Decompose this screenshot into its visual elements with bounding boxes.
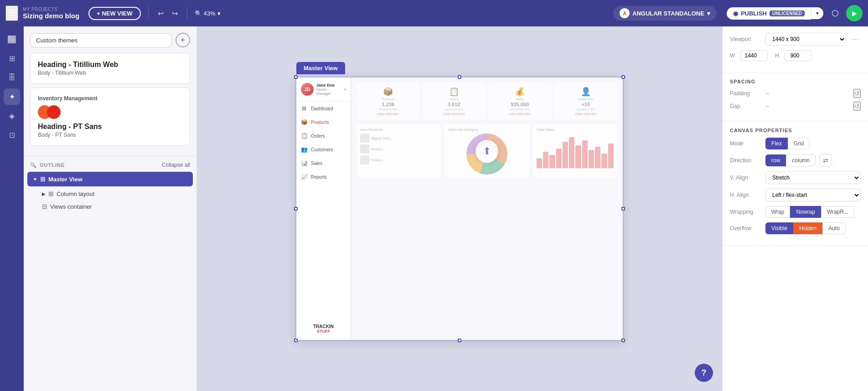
handle-tl[interactable] [294,75,298,79]
dash-brand-name: TRACKIN [313,324,334,329]
sidebar-components-icon[interactable]: ⊞ [4,50,20,67]
sidebar-plugin-icon[interactable]: ◈ [4,108,20,124]
handle-ml[interactable] [294,207,298,211]
dash-nav-products[interactable]: 📦 Products [296,115,351,129]
gap-reset-button[interactable]: ↺ [853,102,861,111]
theme-card-titillium[interactable]: Heading - Titillium Web Body - Titillium… [30,53,190,84]
chevron-icon: ▾ [344,87,346,92]
gap-value: -- [765,103,769,109]
column-layout-label: Column layout [57,190,94,197]
undo-button[interactable]: ↩ [156,7,165,20]
new-view-button[interactable]: + NEW VIEW [88,7,140,20]
bar-10 [595,147,600,168]
sidebar-theme-icon[interactable]: ✦ [4,88,20,105]
product-name-2: Product... [371,148,385,151]
dash-nav-orders[interactable]: 📋 Orders [296,129,351,143]
wrap-button[interactable]: Wrap [765,206,790,218]
handle-tr[interactable] [621,75,625,79]
handle-bl[interactable] [294,339,298,342]
visible-button[interactable]: Visible [765,222,793,234]
publish-area: ◉ PUBLISH UNLICENSED ▾ [727,7,823,20]
dash-nav-reports[interactable]: 📈 Reports [296,170,351,184]
sidebar-data-icon[interactable]: 🗄 [4,69,20,86]
canvas-area[interactable]: Master View JD Jane Doe Senior Manager ▾ [197,26,722,391]
viewport-row: Viewport 1440 x 900 ⋯ [730,33,861,46]
w-label: W [730,52,735,59]
orders-stat-link: VIEW REPORT [443,113,465,116]
halign-select[interactable]: Left / flex-start [765,189,861,201]
theme-cards: Heading - Titillium Web Body - Titillium… [30,53,190,149]
column-button[interactable]: column [786,154,816,166]
product-item-1: Ripped Jeans... [360,134,437,143]
main-layout: ⬜ ⊞ 🗄 ✦ ◈ ⊡ Custom themes + Heading - Ti… [0,26,868,391]
handle-bm[interactable] [458,339,461,342]
outline-tree: ▼ ⊞ Master View ▶ ⊞ Column layout ⊟ View… [24,172,196,213]
dash-nav-customers[interactable]: 👥 Customers [296,143,351,156]
publish-dropdown-button[interactable]: ▾ [811,7,823,19]
viewport-more-button[interactable]: ⋯ [850,35,861,44]
project-name: Sizing demo blog [23,12,79,20]
theme-card-ptsans[interactable]: Inventory Management Heading - PT Sans B… [30,87,190,146]
handle-br[interactable] [621,339,625,342]
play-button[interactable]: ▶ [846,5,863,21]
publish-icon: ◉ [733,10,738,17]
orders-stat-change: Increased 73% [445,108,463,111]
framework-selector[interactable]: A ANGULAR STANDALONE ▾ [613,6,717,21]
handle-tm[interactable] [458,75,461,79]
direction-toggle: row column [765,154,816,166]
nowrap-button[interactable]: Nowrap [790,206,821,218]
bar-6 [569,137,574,168]
bar-chart [537,134,614,170]
zoom-button[interactable]: 🔍 43% ▾ [195,10,221,17]
products-stat-link: VIEW REPORT [377,113,399,116]
collapse-all-button[interactable]: Collapse all [162,162,190,168]
customers-stat-value: +10 [581,102,590,107]
height-input[interactable] [785,50,812,61]
valign-select[interactable]: Stretch [765,171,861,184]
share-button[interactable]: ⬡ [832,8,839,18]
dash-user: JD Jane Doe Senior Manager ▾ [296,77,351,102]
theme-dropdown[interactable]: Custom themes [30,33,172,47]
auto-button[interactable]: Auto [822,222,846,234]
add-theme-button[interactable]: + [176,33,190,47]
bar-12 [608,144,614,168]
customers-label: Customers [311,147,333,152]
handle-mr[interactable] [621,207,625,211]
products-stat-value: 1,236 [382,102,394,107]
zoom-level: 43% [204,10,216,17]
theme-card-heading: Heading - Titillium Web [38,61,182,69]
dash-nav-sales[interactable]: 📊 Sales [296,156,351,170]
padding-reset-button[interactable]: ↺ [853,89,861,98]
bar-3 [549,155,555,168]
bar-5 [563,142,568,168]
customers-icon: 👥 [301,146,307,153]
width-input[interactable] [740,50,768,61]
sales-stat-label: Sales [516,98,524,101]
redo-button[interactable]: ↪ [170,7,180,20]
outline-item-column-layout[interactable]: ▶ ⊞ Column layout [27,187,193,200]
viewport-select[interactable]: 1440 x 900 [765,33,846,46]
hidden-button[interactable]: Hidden [793,222,822,234]
framework-label: ANGULAR STANDALONE [632,10,704,17]
products-stat-label: Products [382,98,394,101]
publish-button[interactable]: ◉ PUBLISH UNLICENSED [727,7,811,20]
row-button[interactable]: row [765,154,786,166]
wraprev-button[interactable]: WrapR... [821,206,854,218]
publish-badge: UNLICENSED [770,10,805,16]
sidebar-more-icon[interactable]: ⊡ [4,127,20,143]
dash-nav-dashboard[interactable]: ⊞ Dashboard [296,102,351,115]
flex-button[interactable]: Flex [765,138,788,149]
stat-products: 📦 Products 1,236 Increased 75% VIEW REPO… [356,83,420,119]
outline-header: 🔍 OUTLINE Collapse all [24,156,196,172]
menu-icon[interactable]: ☰ [5,5,18,21]
direction-swap-button[interactable]: ⇄ [819,154,832,167]
outline-item-master-view[interactable]: ▼ ⊞ Master View [27,172,193,186]
dashboard-icon: ⊞ [301,105,307,112]
grid-button[interactable]: Grid [788,138,810,149]
dash-user-role: Senior Manager [316,87,341,96]
dash-avatar: JD [301,83,314,96]
sidebar-pages-icon[interactable]: ⬜ [4,31,20,47]
customers-stat-label: Customers [578,98,594,101]
outline-item-views-container[interactable]: ⊟ Views container [27,200,193,213]
help-button[interactable]: ? [695,364,713,382]
